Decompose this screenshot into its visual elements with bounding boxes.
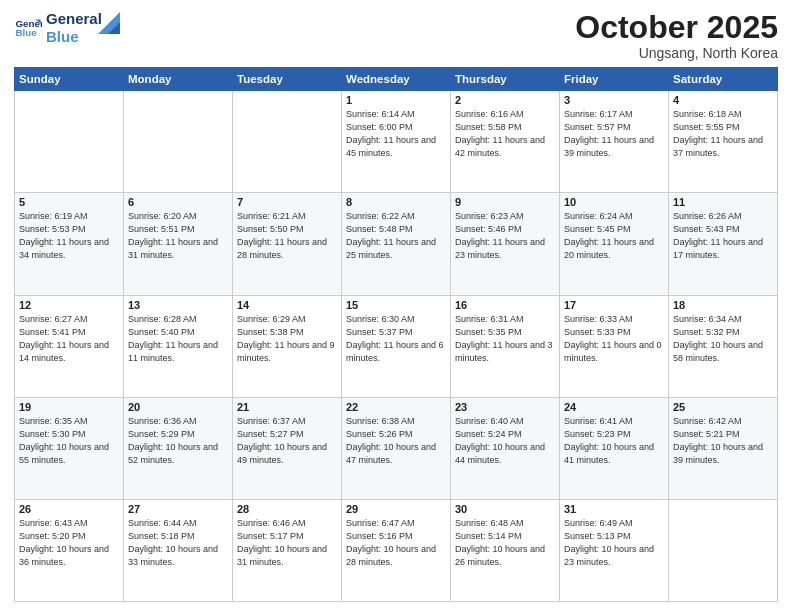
day-info: Sunrise: 6:49 AM Sunset: 5:13 PM Dayligh… (564, 517, 664, 569)
header: General Blue General Blue October 2025 U… (14, 10, 778, 61)
calendar-table: SundayMondayTuesdayWednesdayThursdayFrid… (14, 67, 778, 602)
calendar-cell (669, 499, 778, 601)
day-number: 24 (564, 401, 664, 413)
day-number: 20 (128, 401, 228, 413)
day-info: Sunrise: 6:24 AM Sunset: 5:45 PM Dayligh… (564, 210, 664, 262)
day-info: Sunrise: 6:34 AM Sunset: 5:32 PM Dayligh… (673, 313, 773, 365)
day-info: Sunrise: 6:41 AM Sunset: 5:23 PM Dayligh… (564, 415, 664, 467)
day-number: 11 (673, 196, 773, 208)
day-info: Sunrise: 6:46 AM Sunset: 5:17 PM Dayligh… (237, 517, 337, 569)
day-number: 3 (564, 94, 664, 106)
calendar-cell: 22Sunrise: 6:38 AM Sunset: 5:26 PM Dayli… (342, 397, 451, 499)
calendar-cell: 28Sunrise: 6:46 AM Sunset: 5:17 PM Dayli… (233, 499, 342, 601)
calendar-week-4: 19Sunrise: 6:35 AM Sunset: 5:30 PM Dayli… (15, 397, 778, 499)
location-title: Ungsang, North Korea (575, 45, 778, 61)
calendar-cell: 1Sunrise: 6:14 AM Sunset: 6:00 PM Daylig… (342, 91, 451, 193)
calendar-cell: 8Sunrise: 6:22 AM Sunset: 5:48 PM Daylig… (342, 193, 451, 295)
day-info: Sunrise: 6:16 AM Sunset: 5:58 PM Dayligh… (455, 108, 555, 160)
day-info: Sunrise: 6:36 AM Sunset: 5:29 PM Dayligh… (128, 415, 228, 467)
calendar-cell (15, 91, 124, 193)
day-number: 12 (19, 299, 119, 311)
day-info: Sunrise: 6:48 AM Sunset: 5:14 PM Dayligh… (455, 517, 555, 569)
calendar-cell (233, 91, 342, 193)
calendar-cell: 16Sunrise: 6:31 AM Sunset: 5:35 PM Dayli… (451, 295, 560, 397)
day-number: 15 (346, 299, 446, 311)
calendar-cell: 5Sunrise: 6:19 AM Sunset: 5:53 PM Daylig… (15, 193, 124, 295)
calendar-body: 1Sunrise: 6:14 AM Sunset: 6:00 PM Daylig… (15, 91, 778, 602)
day-number: 18 (673, 299, 773, 311)
day-info: Sunrise: 6:26 AM Sunset: 5:43 PM Dayligh… (673, 210, 773, 262)
day-number: 9 (455, 196, 555, 208)
day-number: 25 (673, 401, 773, 413)
day-info: Sunrise: 6:20 AM Sunset: 5:51 PM Dayligh… (128, 210, 228, 262)
calendar-cell: 27Sunrise: 6:44 AM Sunset: 5:18 PM Dayli… (124, 499, 233, 601)
calendar-cell: 12Sunrise: 6:27 AM Sunset: 5:41 PM Dayli… (15, 295, 124, 397)
calendar-cell: 17Sunrise: 6:33 AM Sunset: 5:33 PM Dayli… (560, 295, 669, 397)
day-info: Sunrise: 6:29 AM Sunset: 5:38 PM Dayligh… (237, 313, 337, 365)
day-number: 31 (564, 503, 664, 515)
day-number: 8 (346, 196, 446, 208)
calendar-cell: 20Sunrise: 6:36 AM Sunset: 5:29 PM Dayli… (124, 397, 233, 499)
day-number: 6 (128, 196, 228, 208)
day-number: 7 (237, 196, 337, 208)
day-number: 4 (673, 94, 773, 106)
day-number: 1 (346, 94, 446, 106)
day-info: Sunrise: 6:37 AM Sunset: 5:27 PM Dayligh… (237, 415, 337, 467)
weekday-header-friday: Friday (560, 68, 669, 91)
day-number: 5 (19, 196, 119, 208)
calendar-cell: 30Sunrise: 6:48 AM Sunset: 5:14 PM Dayli… (451, 499, 560, 601)
calendar-cell: 6Sunrise: 6:20 AM Sunset: 5:51 PM Daylig… (124, 193, 233, 295)
calendar-cell: 31Sunrise: 6:49 AM Sunset: 5:13 PM Dayli… (560, 499, 669, 601)
logo-general: General (46, 10, 102, 28)
day-info: Sunrise: 6:21 AM Sunset: 5:50 PM Dayligh… (237, 210, 337, 262)
calendar-cell: 13Sunrise: 6:28 AM Sunset: 5:40 PM Dayli… (124, 295, 233, 397)
day-info: Sunrise: 6:28 AM Sunset: 5:40 PM Dayligh… (128, 313, 228, 365)
day-number: 29 (346, 503, 446, 515)
day-info: Sunrise: 6:38 AM Sunset: 5:26 PM Dayligh… (346, 415, 446, 467)
calendar-cell: 26Sunrise: 6:43 AM Sunset: 5:20 PM Dayli… (15, 499, 124, 601)
calendar-cell: 10Sunrise: 6:24 AM Sunset: 5:45 PM Dayli… (560, 193, 669, 295)
weekday-header-thursday: Thursday (451, 68, 560, 91)
day-number: 19 (19, 401, 119, 413)
day-info: Sunrise: 6:14 AM Sunset: 6:00 PM Dayligh… (346, 108, 446, 160)
day-number: 16 (455, 299, 555, 311)
weekday-header-row: SundayMondayTuesdayWednesdayThursdayFrid… (15, 68, 778, 91)
calendar-cell: 7Sunrise: 6:21 AM Sunset: 5:50 PM Daylig… (233, 193, 342, 295)
day-number: 30 (455, 503, 555, 515)
day-info: Sunrise: 6:33 AM Sunset: 5:33 PM Dayligh… (564, 313, 664, 365)
calendar-cell: 18Sunrise: 6:34 AM Sunset: 5:32 PM Dayli… (669, 295, 778, 397)
day-info: Sunrise: 6:17 AM Sunset: 5:57 PM Dayligh… (564, 108, 664, 160)
day-number: 22 (346, 401, 446, 413)
day-info: Sunrise: 6:40 AM Sunset: 5:24 PM Dayligh… (455, 415, 555, 467)
weekday-header-monday: Monday (124, 68, 233, 91)
weekday-header-sunday: Sunday (15, 68, 124, 91)
calendar-cell: 24Sunrise: 6:41 AM Sunset: 5:23 PM Dayli… (560, 397, 669, 499)
calendar-cell: 25Sunrise: 6:42 AM Sunset: 5:21 PM Dayli… (669, 397, 778, 499)
day-number: 10 (564, 196, 664, 208)
calendar-cell: 23Sunrise: 6:40 AM Sunset: 5:24 PM Dayli… (451, 397, 560, 499)
calendar-cell: 29Sunrise: 6:47 AM Sunset: 5:16 PM Dayli… (342, 499, 451, 601)
weekday-header-tuesday: Tuesday (233, 68, 342, 91)
logo-blue: Blue (46, 28, 102, 46)
logo-icon: General Blue (14, 14, 42, 42)
day-info: Sunrise: 6:18 AM Sunset: 5:55 PM Dayligh… (673, 108, 773, 160)
day-number: 28 (237, 503, 337, 515)
weekday-header-wednesday: Wednesday (342, 68, 451, 91)
logo: General Blue General Blue (14, 10, 120, 46)
calendar-cell: 3Sunrise: 6:17 AM Sunset: 5:57 PM Daylig… (560, 91, 669, 193)
day-info: Sunrise: 6:42 AM Sunset: 5:21 PM Dayligh… (673, 415, 773, 467)
weekday-header-saturday: Saturday (669, 68, 778, 91)
calendar-cell: 15Sunrise: 6:30 AM Sunset: 5:37 PM Dayli… (342, 295, 451, 397)
day-number: 17 (564, 299, 664, 311)
calendar-cell: 14Sunrise: 6:29 AM Sunset: 5:38 PM Dayli… (233, 295, 342, 397)
page: General Blue General Blue October 2025 U… (0, 0, 792, 612)
title-block: October 2025 Ungsang, North Korea (575, 10, 778, 61)
day-number: 2 (455, 94, 555, 106)
logo-triangle-icon (98, 12, 120, 34)
day-number: 13 (128, 299, 228, 311)
calendar-cell: 11Sunrise: 6:26 AM Sunset: 5:43 PM Dayli… (669, 193, 778, 295)
day-info: Sunrise: 6:23 AM Sunset: 5:46 PM Dayligh… (455, 210, 555, 262)
calendar-week-3: 12Sunrise: 6:27 AM Sunset: 5:41 PM Dayli… (15, 295, 778, 397)
svg-text:Blue: Blue (15, 27, 37, 38)
month-title: October 2025 (575, 10, 778, 45)
